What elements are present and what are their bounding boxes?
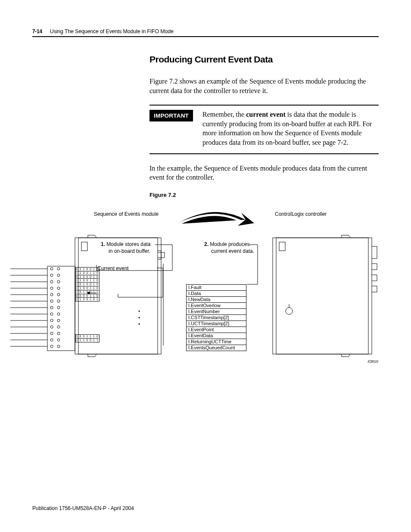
buf-row: 1 1 0 0 1 1 0 — [76, 279, 99, 283]
buffer-bottom: 1 0 0 1 1 1 0 1 1 1 0 0 1 1 — [75, 334, 100, 342]
buf-row: 0 1 0 0 0 1 0 — [76, 275, 99, 279]
svg-marker-52 — [138, 317, 140, 319]
svg-point-48 — [50, 345, 53, 348]
buf-row: 1 0 1 0 0 1 1 — [76, 290, 99, 294]
buf-row: 1 1 0 0 1 0 1 — [76, 298, 99, 301]
important-bold: current event — [246, 111, 286, 118]
svg-point-49 — [57, 345, 60, 348]
buf-row: 1 1 0 0 1 1 0 — [76, 271, 99, 275]
figure-caption: Figure 7.2 — [149, 192, 379, 198]
publication-footer: Publication 1756-UM528A-EN-P - April 200… — [32, 505, 134, 511]
tag-cell: I.CSTTimestamp[2] — [187, 315, 246, 321]
tag-cell: I.Fault — [187, 285, 246, 291]
tag-cell: I.NewData — [187, 297, 246, 303]
buf-row: 0 0 0 0 1 1 0 — [76, 294, 99, 298]
current-event-label: Current event — [97, 265, 129, 271]
buf-row: 1 1 1 0 0 1 1 — [76, 339, 99, 342]
ellipsis-dots-icon — [137, 309, 141, 330]
buf-row: 1 1 0 0 1 1 0 — [76, 286, 99, 290]
important-text: Remember, the current event is data that… — [202, 110, 379, 147]
post-important-paragraph: In the example, the Sequence of Events m… — [149, 164, 379, 182]
buf-row: 1 0 1 0 0 1 0 — [76, 283, 99, 286]
svg-marker-51 — [138, 311, 140, 312]
tag-cell: I.EventPoint — [187, 327, 246, 333]
svg-rect-55 — [276, 238, 368, 354]
svg-marker-53 — [138, 324, 140, 325]
tag-cell: I.EventNumber — [187, 309, 246, 315]
buffer-top: 0 1 1 0 0 1 0 1 1 0 0 1 1 0 0 1 0 0 0 1 … — [75, 267, 100, 302]
chapter-title: Using The Sequence of Events Module in F… — [50, 28, 174, 34]
figure-7-2: Sequence of Events module ControlLogix c… — [34, 207, 378, 370]
svg-rect-54 — [273, 238, 372, 354]
svg-point-69 — [286, 308, 293, 314]
intro-paragraph: Figure 7.2 shows an example of the Seque… — [149, 77, 379, 95]
page-header: 7-14 Using The Sequence of Events Module… — [32, 28, 379, 37]
right-module-label: ControlLogix controller — [275, 211, 327, 217]
tag-cell: I.UCTTimestamp[2] — [187, 321, 246, 327]
important-prefix: Remember, the — [202, 111, 246, 118]
tag-cell: I.EventOverlow — [187, 303, 246, 309]
important-callout: IMPORTANT Remember, the current event is… — [149, 105, 379, 154]
tag-cell: I.EventData — [187, 333, 246, 339]
page-number: 7-14 — [32, 28, 42, 34]
buf-row: 0 1 1 0 0 1 0 — [76, 268, 99, 271]
section-heading: Producing Current Event Data — [149, 54, 379, 65]
buf-row: 1 0 0 1 1 1 0 — [76, 335, 99, 339]
tag-cell: I.EventsQueuedCount — [187, 345, 246, 351]
right-module-chassis — [268, 233, 380, 358]
svg-rect-56 — [279, 242, 285, 251]
tag-table: I.Fault I.Data I.NewData I.EventOverlow … — [186, 284, 246, 351]
figure-id: 43810 — [367, 359, 378, 364]
tag-cell: I.ReturningUCTTime — [187, 339, 246, 345]
tag-cell: I.Data — [187, 291, 246, 297]
important-label: IMPORTANT — [149, 110, 193, 121]
